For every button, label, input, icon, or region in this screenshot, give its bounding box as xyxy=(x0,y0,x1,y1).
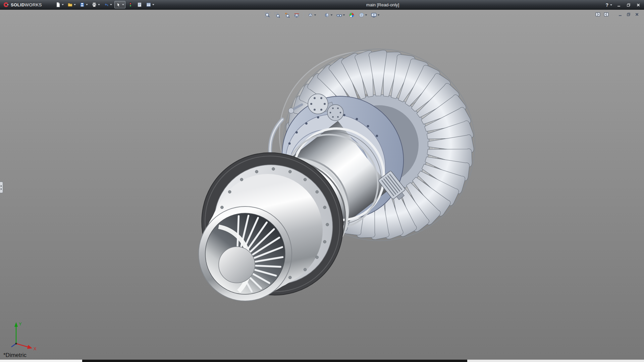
x-axis-label: X xyxy=(34,346,37,351)
view-settings-arrow[interactable] xyxy=(378,14,380,16)
edit-appearance-button[interactable] xyxy=(348,11,356,19)
undo-icon xyxy=(104,2,109,7)
save-button[interactable] xyxy=(78,1,89,8)
previous-view-icon xyxy=(284,12,290,18)
document-close-button[interactable] xyxy=(634,12,640,17)
print-flyout-arrow[interactable] xyxy=(98,4,100,5)
save-flyout-arrow[interactable] xyxy=(86,4,88,5)
graphics-viewport[interactable]: Y X *Dimetric xyxy=(0,10,644,360)
document-window-controls xyxy=(595,12,640,17)
select-button[interactable] xyxy=(114,1,125,8)
solidworks-wordmark: SOLIDWORKS xyxy=(11,2,42,7)
spinner-hub[interactable] xyxy=(219,247,255,283)
view-settings-button[interactable] xyxy=(370,11,381,19)
view-orientation-label: *Dimetric xyxy=(3,352,26,359)
titlebar-controls: ? xyxy=(605,0,641,10)
open-flyout-arrow[interactable] xyxy=(74,4,76,5)
rebuild-button[interactable] xyxy=(126,1,135,8)
restore-icon xyxy=(627,3,631,7)
solidworks-window: SOLIDWORKS xyxy=(0,0,644,362)
view-settings-icon xyxy=(371,12,377,18)
section-view-icon xyxy=(294,12,300,18)
document-restore-button[interactable] xyxy=(626,12,632,17)
options-button[interactable] xyxy=(145,1,156,8)
save-floppy-icon xyxy=(79,2,85,7)
solidworks-brand: SOLIDWORKS xyxy=(0,1,45,8)
help-flyout-arrow[interactable] xyxy=(610,4,612,6)
show-left-pane-button[interactable] xyxy=(595,12,601,17)
status-bar xyxy=(0,360,644,362)
hide-show-arrow[interactable] xyxy=(343,14,345,16)
file-properties-button[interactable] xyxy=(136,1,144,8)
close-icon xyxy=(636,3,640,7)
solidworks-logo-icon xyxy=(3,1,9,8)
rebuild-stoplight-icon xyxy=(128,2,133,7)
edit-appearance-ball-icon xyxy=(349,12,355,18)
status-segment-right xyxy=(467,360,644,362)
previous-view-button[interactable] xyxy=(283,11,291,19)
window-title: main [Read-only] xyxy=(366,0,399,10)
help-button[interactable]: ? xyxy=(605,2,612,8)
document-restore-icon xyxy=(627,12,631,16)
feature-panel-collapsed-tab[interactable] xyxy=(0,182,3,193)
show-right-pane-button[interactable] xyxy=(603,12,609,17)
display-style-icon xyxy=(324,12,330,18)
expand-arrow-icon xyxy=(1,188,2,190)
display-style-button[interactable] xyxy=(323,11,334,19)
help-label: ? xyxy=(605,2,608,8)
document-close-icon xyxy=(635,12,639,16)
undo-flyout-arrow[interactable] xyxy=(110,4,112,5)
standard-toolbar xyxy=(54,1,156,8)
minimize-icon xyxy=(617,3,621,7)
y-axis-label: Y xyxy=(19,321,22,326)
left-pane-icon xyxy=(595,12,600,17)
new-document-flyout-arrow[interactable] xyxy=(62,4,64,5)
minimize-button[interactable] xyxy=(616,2,622,8)
print-button[interactable] xyxy=(90,1,101,8)
orientation-triad: Y X xyxy=(5,315,42,352)
hide-show-glasses-icon xyxy=(336,12,342,18)
y-axis-arrow xyxy=(14,322,18,327)
view-orientation-arrow[interactable] xyxy=(314,14,316,16)
view-orientation-cube-icon xyxy=(308,12,314,18)
section-view-button[interactable] xyxy=(293,11,301,19)
select-flyout-arrow[interactable] xyxy=(122,4,124,5)
toolbar-separator xyxy=(304,12,304,18)
new-document-icon xyxy=(55,2,61,7)
hide-show-items-button[interactable] xyxy=(335,11,346,19)
right-pane-icon xyxy=(604,12,609,17)
apply-scene-button[interactable] xyxy=(358,11,368,19)
undo-button[interactable] xyxy=(102,1,113,8)
apply-scene-icon xyxy=(359,12,365,18)
expand-arrow-icon xyxy=(1,185,2,187)
status-segment-dark xyxy=(82,360,467,362)
options-flyout-arrow[interactable] xyxy=(152,4,154,5)
restore-button[interactable] xyxy=(626,2,632,8)
file-properties-icon xyxy=(137,2,142,7)
apply-scene-arrow[interactable] xyxy=(365,14,367,16)
open-folder-icon xyxy=(67,2,73,7)
toolbar-separator xyxy=(320,12,320,18)
display-style-arrow[interactable] xyxy=(331,14,333,16)
zoom-to-fit-button[interactable] xyxy=(264,11,272,19)
view-orientation-button[interactable] xyxy=(307,11,317,19)
engine-model-render[interactable] xyxy=(0,10,644,360)
heads-up-toolbar xyxy=(264,11,381,19)
zoom-to-area-button[interactable] xyxy=(273,11,281,19)
zoom-to-area-icon xyxy=(274,12,280,18)
x-axis-arrow xyxy=(27,345,32,349)
zoom-to-fit-icon xyxy=(265,12,271,18)
print-icon xyxy=(92,2,97,7)
close-button[interactable] xyxy=(635,2,641,8)
status-segment-left xyxy=(0,360,82,362)
title-bar: SOLIDWORKS xyxy=(0,0,644,10)
open-button[interactable] xyxy=(66,1,77,8)
document-minimize-button[interactable] xyxy=(617,12,623,17)
options-table-icon xyxy=(146,2,151,7)
document-minimize-icon xyxy=(618,12,622,16)
new-document-button[interactable] xyxy=(54,1,65,8)
select-cursor-icon xyxy=(116,2,121,7)
